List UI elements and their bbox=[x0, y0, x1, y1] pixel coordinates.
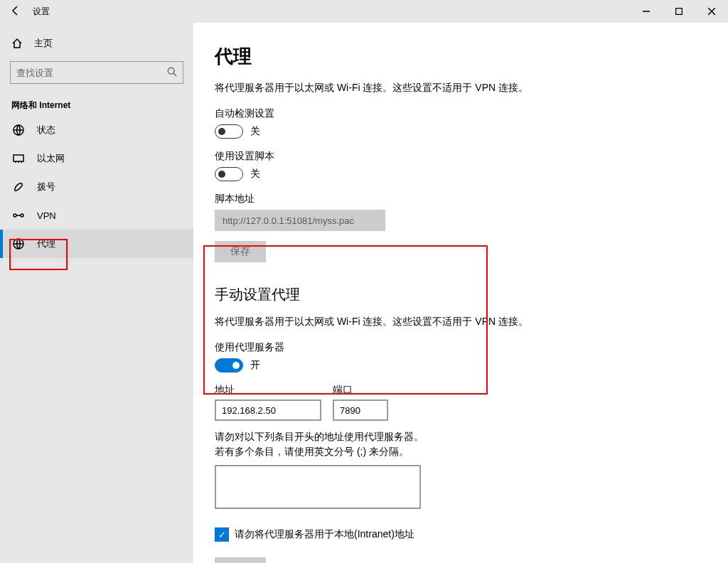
exclude-textarea[interactable] bbox=[215, 465, 421, 509]
sidebar-item-dialup[interactable]: 拨号 bbox=[0, 173, 193, 201]
proxy-icon bbox=[13, 238, 24, 250]
sidebar-item-label: 以太网 bbox=[37, 152, 65, 165]
sidebar-item-label: 状态 bbox=[37, 124, 55, 136]
sidebar-category: 网络和 Internet bbox=[0, 84, 193, 116]
address-input[interactable] bbox=[215, 400, 321, 421]
page-title: 代理 bbox=[215, 44, 707, 69]
svg-rect-3 bbox=[14, 155, 23, 161]
sidebar-item-ethernet[interactable]: 以太网 bbox=[0, 144, 193, 173]
home-icon bbox=[11, 38, 23, 49]
auto-detect-state: 关 bbox=[250, 125, 260, 138]
sidebar: 主页 网络和 Internet 状态 以太网 拨号 VPN bbox=[0, 23, 193, 563]
sidebar-item-label: 代理 bbox=[37, 237, 55, 250]
svg-rect-0 bbox=[676, 9, 682, 15]
manual-description: 将代理服务器用于以太网或 Wi-Fi 连接。这些设置不适用于 VPN 连接。 bbox=[215, 316, 707, 328]
save-script-button: 保存 bbox=[215, 241, 266, 262]
dialup-icon bbox=[13, 181, 24, 193]
page-description: 将代理服务器用于以太网或 Wi-Fi 连接。这些设置不适用于 VPN 连接。 bbox=[215, 82, 707, 95]
address-label: 地址 bbox=[215, 384, 321, 397]
script-addr-label: 脚本地址 bbox=[215, 193, 707, 205]
close-button[interactable] bbox=[695, 0, 728, 23]
auto-detect-label: 自动检测设置 bbox=[215, 107, 707, 120]
sidebar-item-status[interactable]: 状态 bbox=[0, 116, 193, 144]
sidebar-item-label: 拨号 bbox=[37, 181, 55, 193]
exclude-description: 请勿对以下列条目开头的地址使用代理服务器。若有多个条目，请使用英文分号 (;) … bbox=[215, 429, 428, 459]
window-title: 设置 bbox=[33, 6, 50, 18]
manual-proxy-heading: 手动设置代理 bbox=[215, 285, 707, 304]
use-proxy-label: 使用代理服务器 bbox=[215, 341, 707, 354]
search-icon bbox=[167, 67, 177, 79]
minimize-button[interactable] bbox=[630, 0, 663, 23]
titlebar: 设置 bbox=[0, 0, 728, 23]
use-proxy-state: 开 bbox=[250, 359, 260, 372]
search-box[interactable] bbox=[10, 61, 183, 84]
save-proxy-button[interactable]: 保存 bbox=[215, 557, 266, 563]
maximize-button[interactable] bbox=[663, 0, 695, 23]
sidebar-item-label: VPN bbox=[37, 210, 56, 221]
port-input[interactable] bbox=[333, 400, 388, 421]
svg-point-4 bbox=[14, 214, 16, 217]
script-address-input bbox=[215, 210, 385, 231]
sidebar-item-proxy[interactable]: 代理 bbox=[0, 230, 193, 258]
sidebar-home[interactable]: 主页 bbox=[0, 31, 193, 55]
status-icon bbox=[13, 124, 24, 136]
sidebar-nav: 状态 以太网 拨号 VPN 代理 bbox=[0, 116, 193, 258]
window-controls bbox=[630, 0, 728, 23]
sidebar-home-label: 主页 bbox=[34, 37, 53, 50]
search-input[interactable] bbox=[16, 68, 167, 78]
vpn-icon bbox=[13, 210, 24, 221]
main-panel: 代理 将代理服务器用于以太网或 Wi-Fi 连接。这些设置不适用于 VPN 连接… bbox=[193, 23, 728, 563]
sidebar-item-vpn[interactable]: VPN bbox=[0, 201, 193, 230]
ethernet-icon bbox=[13, 153, 24, 164]
use-script-toggle[interactable] bbox=[215, 167, 243, 181]
port-label: 端口 bbox=[333, 384, 388, 397]
auto-detect-toggle[interactable] bbox=[215, 124, 243, 139]
use-script-label: 使用设置脚本 bbox=[215, 150, 707, 163]
back-button[interactable] bbox=[10, 5, 21, 18]
use-script-state: 关 bbox=[250, 168, 260, 181]
svg-point-1 bbox=[168, 68, 174, 74]
svg-point-5 bbox=[21, 214, 23, 217]
intranet-checkbox[interactable]: ✓ bbox=[215, 527, 229, 542]
intranet-checkbox-label: 请勿将代理服务器用于本地(Intranet)地址 bbox=[235, 528, 414, 541]
use-proxy-toggle[interactable] bbox=[215, 358, 243, 372]
